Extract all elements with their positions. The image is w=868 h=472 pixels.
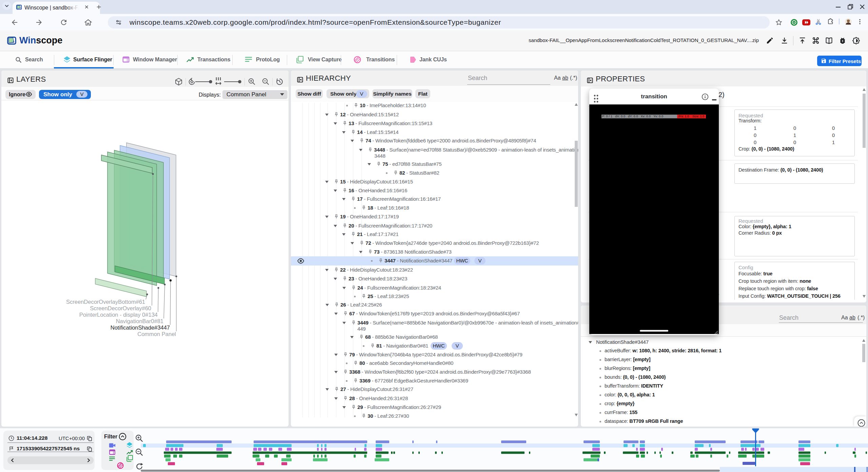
svg-text:Common Panel: Common Panel bbox=[137, 331, 176, 337]
svg-text:PointerLocation - display 0#13: PointerLocation - display 0#134 bbox=[79, 312, 158, 318]
svg-text:NotificationShade#3447: NotificationShade#3447 bbox=[111, 324, 170, 331]
svg-text:ScreenDecorOverlayBottom#61: ScreenDecorOverlayBottom#61 bbox=[66, 299, 145, 305]
svg-text:ScreenDecorOverlay#60: ScreenDecorOverlay#60 bbox=[90, 305, 151, 311]
svg-text:NavigationBar0#81: NavigationBar0#81 bbox=[116, 318, 163, 324]
